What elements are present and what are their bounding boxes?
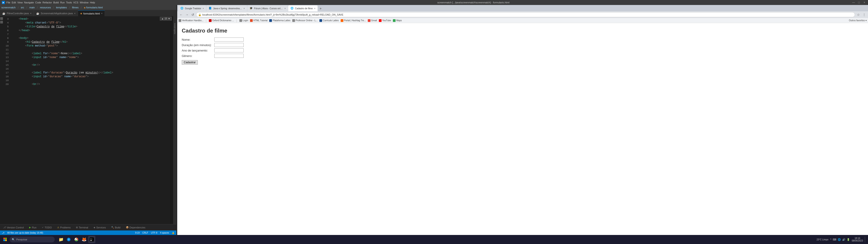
bookmark-youtube[interactable]: YouTube <box>379 19 391 22</box>
menu-help[interactable]: Help <box>90 1 95 4</box>
svg-rect-0 <box>3 238 5 239</box>
build-tab[interactable]: 🔨 Build <box>110 226 122 229</box>
dependencies-tab[interactable]: 📦 Dependencies <box>125 226 147 229</box>
bookmark-html-tutorial[interactable]: HTML Tutorial <box>250 19 268 22</box>
taskbar-app-explorer[interactable]: 📁 <box>57 236 65 243</box>
version-control-tab[interactable]: ⎇ Version Control <box>2 226 25 229</box>
breadcrumb-filmes[interactable]: filmes <box>72 6 79 9</box>
taskbar-app-firefox[interactable]: 🦊 <box>81 236 88 243</box>
ide-breadcrumb: screenmatch / src / main / resources / t… <box>0 5 176 10</box>
code-editor[interactable]: <head> <meta charset="UTF-8"> <title>Cad… <box>10 16 170 224</box>
forward-button[interactable]: → <box>184 12 189 17</box>
clock-time: 18:16 <box>855 237 860 240</box>
todo-tab[interactable]: ✓ TODO <box>40 226 53 229</box>
vcs-status: ⎇ <box>2 232 4 234</box>
tab-formulario-html[interactable]: ◈ formulario.html × <box>78 10 105 16</box>
notifications-label[interactable]: Notifications <box>174 23 176 34</box>
breadcrumb-main[interactable]: main <box>29 6 35 9</box>
menu-code[interactable]: Code <box>35 1 41 4</box>
tab-screenmatch-application[interactable]: ☕ ScreenmatchApplication.java × <box>34 10 78 16</box>
reload-button[interactable]: ↺ <box>190 12 195 17</box>
input-nome[interactable] <box>214 37 244 41</box>
start-button[interactable] <box>2 236 8 243</box>
bookmark-outros[interactable]: Outros favoritos ▾ <box>849 19 867 22</box>
terminal-tab[interactable]: ⊞ Terminal <box>74 226 90 229</box>
taskbar-search[interactable]: 🔍 Pesquisar <box>9 237 55 242</box>
bookmark-favicon-professor <box>292 19 295 22</box>
code-line-4: <meta charset="UTF-8"> <box>12 21 170 25</box>
breadcrumb-file[interactable]: ◈ formulario.html <box>84 6 103 9</box>
input-duracao[interactable] <box>214 43 244 47</box>
more-options-button[interactable]: ⋮ <box>862 12 867 17</box>
cadastrar-button[interactable]: Cadastrar <box>182 60 198 65</box>
run-tab[interactable]: ▶ Run <box>28 226 38 229</box>
menu-tools[interactable]: Tools <box>66 1 72 4</box>
taskbar-app-intellij[interactable]: IJ <box>88 236 95 243</box>
menu-file[interactable]: File <box>6 1 10 4</box>
close-tab-cadastro[interactable]: × <box>314 7 315 10</box>
bookmark-button[interactable]: ☆ <box>856 12 861 17</box>
back-button[interactable]: ← <box>179 12 184 17</box>
menu-run[interactable]: Run <box>60 1 65 4</box>
build-icon: 🔨 <box>111 226 114 228</box>
show-desktop-button[interactable] <box>865 237 866 242</box>
close-tab-forum[interactable]: × <box>284 7 286 10</box>
bookmark-gmail[interactable]: Gmail <box>368 19 377 22</box>
form-row-duracao: Duração (em minutos): <box>182 43 864 47</box>
browser-tab-forum[interactable]: 🎓 Fórum | Alura - Cursos online de... × <box>247 5 288 11</box>
services-tab[interactable]: ◈ Services <box>92 226 107 229</box>
bookmark-oxford[interactable]: Oxford Dictionaries ... <box>209 19 234 22</box>
close-tab-tradutor[interactable]: × <box>203 7 204 10</box>
maximize-button[interactable]: □ <box>857 1 861 4</box>
chrome-icon <box>74 237 79 242</box>
close-tab-filmcontroller[interactable]: × <box>30 12 31 15</box>
tray-network-icon[interactable]: 🌐 <box>838 238 841 241</box>
menu-window[interactable]: Window <box>80 1 89 4</box>
minimize-button[interactable]: — <box>852 1 855 4</box>
tray-chevron-icon[interactable]: ^ <box>830 238 831 241</box>
bookmark-maps[interactable]: Maps <box>393 19 402 22</box>
bookmark-professor[interactable]: Professor Online - L... <box>292 19 318 22</box>
java-icon-filmcontroller: ☕ <box>2 12 5 15</box>
dependencies-icon: 📦 <box>126 226 129 228</box>
breadcrumb-src[interactable]: src <box>21 6 24 9</box>
menu-build[interactable]: Build <box>53 1 59 4</box>
breadcrumb-screenmatch[interactable]: screenmatch <box>1 6 16 9</box>
breadcrumb-templates[interactable]: templates <box>56 6 67 9</box>
bookmark-login[interactable]: Login <box>239 19 248 22</box>
menu-navigate[interactable]: Navigate <box>24 1 34 4</box>
close-tab-formulario[interactable]: × <box>101 12 103 15</box>
bookmark-hashtag[interactable]: Portal | Hashtag Tre... <box>341 19 366 22</box>
menu-edit[interactable]: Edit <box>12 1 16 4</box>
taskbar-app-edge[interactable] <box>65 236 72 243</box>
gutter-bookmark-icon <box>0 17 3 20</box>
code-line-3: <head> <box>12 17 170 21</box>
menu-vcs[interactable]: VCS <box>73 1 79 4</box>
menu-view[interactable]: View <box>18 1 23 4</box>
problems-tab[interactable]: ⚠ Problems <box>56 226 72 229</box>
bookmark-verification[interactable]: Verification Handbo... <box>179 19 204 22</box>
line-numbers: 3 4 5 6 7 8 9 10 11 12 13 14 15 16 17 18 <box>3 16 10 224</box>
browser-tab-cadastro[interactable]: 🌐 Cadastro de filme × <box>288 5 318 11</box>
taskbar-app-chrome[interactable] <box>73 236 80 243</box>
bookmark-lattes[interactable]: Plataforma Lattes <box>269 19 290 22</box>
close-tab-screenmatch[interactable]: × <box>74 12 75 15</box>
browser-tab-java[interactable]: 📘 Java e Spring: desenvolva sua p... × <box>206 5 247 11</box>
close-tab-java[interactable]: × <box>243 7 245 10</box>
tray-volume-icon[interactable]: 🔊 <box>842 238 845 241</box>
breadcrumb-resources[interactable]: resources <box>40 6 51 9</box>
close-button[interactable]: × <box>863 1 866 4</box>
browser-tab-tradutor[interactable]: 🌐 Google Tradutor × <box>178 5 206 11</box>
chevron-down-icon: ▾ <box>866 19 867 22</box>
input-ano[interactable] <box>214 48 244 53</box>
url-bar[interactable]: 🔒 localhost:63342/screenmatch/templates/… <box>196 12 855 17</box>
code-line-14 <box>12 59 170 63</box>
url-text: localhost:63342/screenmatch/templates/fi… <box>202 13 343 16</box>
tab-filmcontroller[interactable]: ☕ FilmeController.java × <box>0 10 34 16</box>
input-genero[interactable] <box>214 54 244 58</box>
taskbar-clock[interactable]: 18:16 08/06/2023 <box>852 237 863 242</box>
menu-refactor[interactable]: Refactor <box>42 1 52 4</box>
new-tab-button[interactable]: + <box>318 6 323 11</box>
bookmark-curriculo[interactable]: Currículo Lattes <box>319 19 339 22</box>
html-icon-formulario: ◈ <box>80 12 82 15</box>
